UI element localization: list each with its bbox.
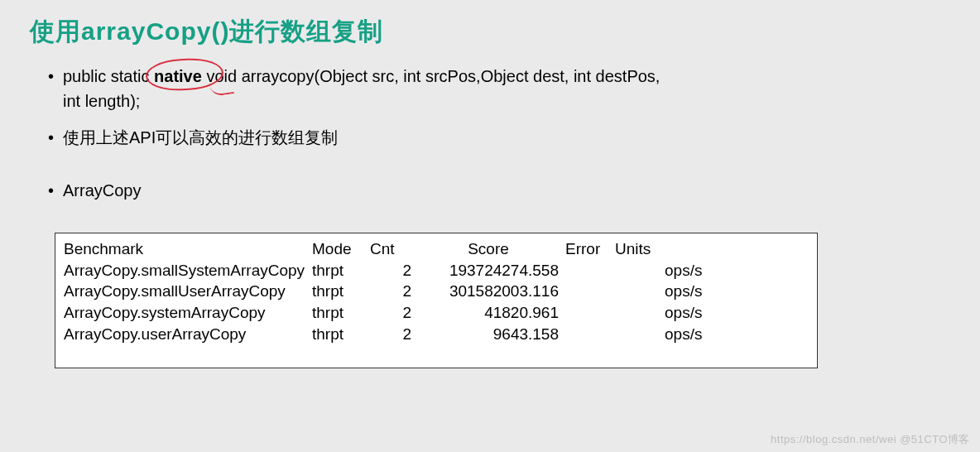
sig-post: void arraycopy(Object src, int srcPos,Ob… [202,67,661,85]
benchmark-header-row: Benchmark Mode Cnt Score Error Units [64,238,809,260]
cell-name: ArrayCopy.smallSystemArrayCopy [64,260,312,281]
col-mode: Mode [312,238,370,260]
cell-cnt: 2 [370,260,418,281]
cell-error [565,281,615,302]
slide-title: 使用arrayCopy()进行数组复制 [30,15,950,49]
cell-error [565,260,615,281]
cell-units: ops/s [615,302,731,324]
benchmark-box: Benchmark Mode Cnt Score Error Units Arr… [55,233,818,368]
col-benchmark: Benchmark [64,238,312,260]
cell-name: ArrayCopy.smallUserArrayCopy [64,281,312,302]
native-keyword: native [154,64,202,89]
col-score: Score [418,238,565,260]
benchmark-row: ArrayCopy.smallUserArrayCopy thrpt 2 301… [64,281,809,302]
native-text: native [154,67,202,85]
cell-units: ops/s [615,260,731,281]
bullet-list: public static native void arraycopy(Obje… [48,64,950,203]
cell-score: 193724274.558 [418,260,565,281]
cell-score: 41820.961 [418,302,565,324]
cell-mode: thrpt [312,260,370,281]
cell-mode: thrpt [312,302,370,324]
cell-error [565,324,615,345]
col-error: Error [565,238,615,260]
sig-cont: int length); [63,89,950,113]
bullet-signature: public static native void arraycopy(Obje… [48,64,950,113]
benchmark-row: ArrayCopy.systemArrayCopy thrpt 2 41820.… [64,302,809,324]
cell-mode: thrpt [312,324,370,345]
col-units: Units [615,238,681,260]
cell-cnt: 2 [370,281,418,302]
benchmark-row: ArrayCopy.userArrayCopy thrpt 2 9643.158… [64,324,809,345]
watermark: https://blog.csdn.net/wei @51CTO博客 [771,432,970,447]
cell-cnt: 2 [370,302,418,324]
cell-cnt: 2 [370,324,418,345]
cell-mode: thrpt [312,281,370,302]
bullet-arraycopy: ArrayCopy [48,178,950,203]
cell-name: ArrayCopy.systemArrayCopy [64,302,312,324]
cell-name: ArrayCopy.userArrayCopy [64,324,312,345]
benchmark-row: ArrayCopy.smallSystemArrayCopy thrpt 2 1… [64,260,809,281]
bullet-api-note: 使用上述API可以高效的进行数组复制 [48,125,950,150]
cell-error [565,302,615,324]
cell-score: 9643.158 [418,324,565,345]
slide: 使用arrayCopy()进行数组复制 public static native… [0,0,980,452]
col-cnt: Cnt [370,238,418,260]
cell-units: ops/s [615,324,731,345]
cell-score: 301582003.116 [418,281,565,302]
sig-pre: public static [63,67,154,85]
cell-units: ops/s [615,281,731,302]
